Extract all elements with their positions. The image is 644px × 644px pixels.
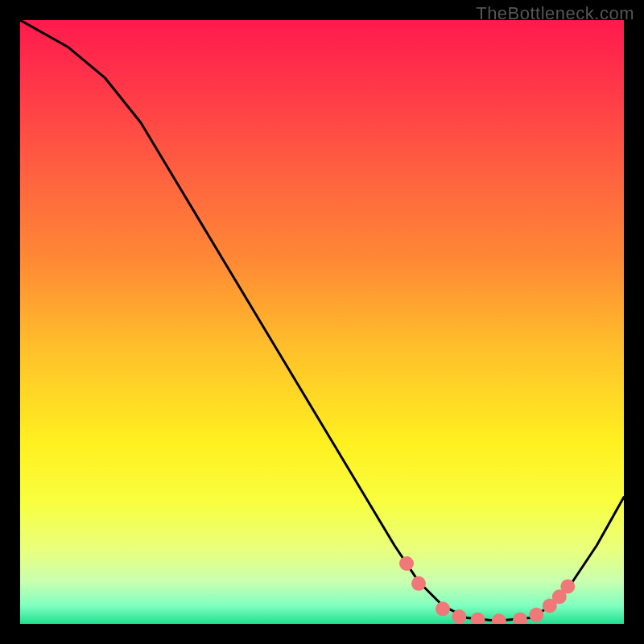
curve-marker — [513, 613, 527, 624]
watermark-text: TheBottleneck.com — [476, 3, 634, 24]
chart-container: TheBottleneck.com — [0, 0, 644, 644]
bottleneck-curve — [20, 20, 624, 621]
curve-layer — [20, 20, 624, 624]
curve-marker — [452, 609, 466, 624]
curve-marker — [399, 556, 414, 571]
curve-marker — [529, 608, 543, 622]
plot-area — [20, 20, 624, 624]
curve-marker — [492, 613, 506, 624]
curve-marker — [436, 601, 450, 616]
curve-marker — [471, 613, 485, 624]
curve-marker — [411, 576, 426, 591]
curve-marker — [560, 580, 575, 594]
